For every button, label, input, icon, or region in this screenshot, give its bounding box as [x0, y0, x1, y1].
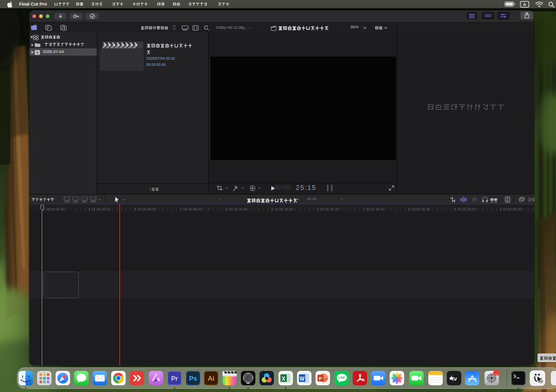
svg-text:LINE: LINE [339, 376, 345, 379]
svg-text:Ai: Ai [208, 375, 215, 382]
svg-text:W: W [300, 376, 305, 382]
svg-text:Pr: Pr [171, 375, 178, 382]
svg-text:X: X [282, 376, 285, 382]
svg-text:T: T [63, 27, 66, 30]
svg-text:tv: tv [452, 376, 458, 382]
svg-text:A: A [523, 2, 527, 7]
svg-text:Ps: Ps [189, 375, 197, 382]
svg-text:P: P [319, 376, 322, 381]
